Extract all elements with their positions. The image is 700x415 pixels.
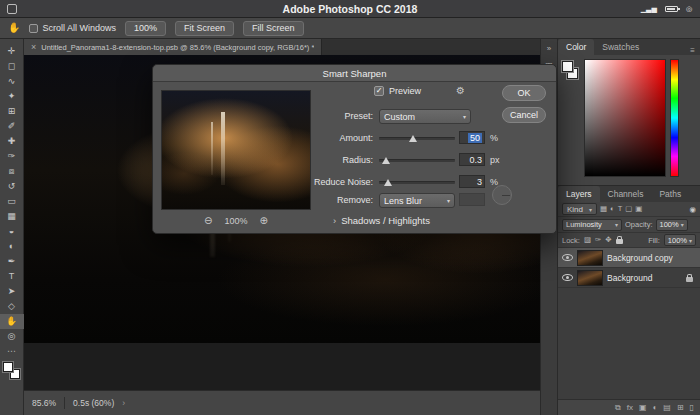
blur-tool[interactable]: ◒ [0,224,24,239]
zoom-tool[interactable]: ◎ [0,329,24,344]
tab-channels[interactable]: Channels [600,186,652,202]
preview-zoom-level[interactable]: 100% [224,216,247,226]
window-titlebar[interactable]: Adobe Photoshop CC 2018 ▁▃▅ ◎ [0,0,700,18]
reduce-noise-value-field[interactable]: 3 [459,175,485,188]
fit-screen-button[interactable]: Fit Screen [175,21,234,36]
dodge-tool[interactable]: ◐ [0,239,24,254]
tab-paths[interactable]: Paths [651,186,689,202]
tab-layers[interactable]: Layers [558,186,600,202]
eraser-tool[interactable]: ▭ [0,194,24,209]
healing-brush-tool[interactable]: ✚ [0,134,24,149]
layer-group-icon[interactable]: ▤ [663,403,671,412]
hand-tool[interactable]: ✋ [0,314,24,329]
status-zoom-level[interactable]: 85.6% [32,398,56,408]
layer-row-background[interactable]: Background [558,268,700,288]
shape-tool[interactable]: ◇ [0,299,24,314]
filter-pixel-layers-icon[interactable]: ▦ [600,205,607,213]
link-layers-icon[interactable]: ⧉ [615,403,621,413]
blend-mode-dropdown[interactable]: Luminosity ▾ [562,219,622,231]
clone-stamp-tool[interactable]: ⧈ [0,164,24,179]
color-panel-foreground-swatch[interactable] [562,61,573,72]
scroll-all-windows-checkbox[interactable] [29,24,38,33]
opacity-dropdown[interactable]: 100% ▾ [656,219,688,231]
new-layer-icon[interactable]: ⊞ [677,403,684,412]
spotlight-icon[interactable]: ◎ [686,5,692,13]
quick-selection-tool[interactable]: ✦ [0,89,24,104]
adjustment-layer-icon[interactable]: ◐ [652,403,657,412]
preset-dropdown[interactable]: Custom ▾ [379,109,471,124]
visibility-eye-icon[interactable] [562,254,573,261]
tab-swatches[interactable]: Swatches [594,39,647,55]
close-tab-icon[interactable]: × [31,42,36,52]
sharpen-preview-image[interactable] [161,90,311,210]
layer-thumbnail[interactable] [577,270,603,286]
zoom-100-button[interactable]: 100% [125,21,166,36]
crop-tool[interactable]: ⊞ [0,104,24,119]
scroll-all-windows-checkbox-row[interactable]: Scroll All Windows [29,23,116,33]
chevron-down-icon: ▾ [447,197,450,204]
layer-row-background-copy[interactable]: Background copy [558,248,700,268]
document-tab[interactable]: × Untitled_Panorama1-8-extension-top.psb… [24,39,322,55]
zoom-out-icon[interactable]: ⊖ [204,215,212,226]
foreground-background-colors[interactable] [3,362,20,379]
radius-slider-thumb[interactable] [382,157,390,164]
filter-toggle-icon[interactable]: ◉ [689,205,696,214]
lock-pixels-icon[interactable]: ✑ [595,236,601,244]
radius-slider[interactable] [379,153,455,167]
gradient-tool[interactable]: ▦ [0,209,24,224]
amount-slider[interactable] [379,131,455,145]
collapse-panels-icon[interactable]: » [547,44,551,53]
amount-slider-thumb[interactable] [409,135,417,142]
hand-tool-preset-icon[interactable]: ✋ [8,23,20,33]
reduce-noise-slider-thumb[interactable] [384,179,392,186]
path-selection-tool[interactable]: ➤ [0,284,24,299]
layer-effects-icon[interactable]: fx [627,403,633,412]
preview-checkbox-row[interactable]: ✓ Preview [374,86,421,96]
preview-checkbox[interactable]: ✓ [374,86,384,96]
status-menu-chevron-icon[interactable]: › [122,398,125,408]
tab-color[interactable]: Color [558,39,594,55]
radius-value-field[interactable]: 0.3 [459,153,485,166]
edit-toolbar-icon[interactable]: ⋯ [7,346,16,356]
pen-tool[interactable]: ✒ [0,254,24,269]
amount-value-field[interactable]: 50 [459,131,485,144]
lock-transparency-icon[interactable]: ▨ [584,236,591,244]
eyedropper-tool[interactable]: ✐ [0,119,24,134]
gear-icon[interactable]: ⚙ [456,85,465,96]
color-panel-menu-icon[interactable]: ≡ [685,46,700,55]
zoom-in-icon[interactable]: ⊕ [260,215,268,226]
delete-layer-icon[interactable]: ▯ [690,403,694,412]
lock-position-icon[interactable]: ✥ [605,236,611,244]
brush-tool[interactable]: ✑ [0,149,24,164]
saturation-brightness-picker[interactable] [584,59,666,177]
visibility-eye-icon[interactable] [562,274,573,281]
fill-screen-button[interactable]: Fill Screen [243,21,304,36]
shadows-highlights-disclosure[interactable]: › Shadows / Highlights [333,215,430,226]
layer-name[interactable]: Background copy [607,253,673,263]
filter-type-layers-icon[interactable]: T [618,205,623,213]
layer-name[interactable]: Background [607,273,652,283]
remove-value: Lens Blur [384,196,422,206]
history-brush-tool[interactable]: ↺ [0,179,24,194]
lock-all-icon[interactable] [616,239,623,244]
dialog-titlebar[interactable]: Smart Sharpen [153,65,556,82]
layer-mask-icon[interactable]: ▣ [639,403,647,412]
foreground-color-swatch[interactable] [3,362,13,372]
status-bar: 85.6% 0.5s (60%) › [24,390,540,415]
hue-slider[interactable] [670,59,679,177]
layer-thumbnail[interactable] [577,250,603,266]
remove-dropdown[interactable]: Lens Blur ▾ [379,193,455,208]
filter-adjustment-layers-icon[interactable]: ◐ [610,205,615,213]
marquee-tool[interactable]: ◻ [0,59,24,74]
reduce-noise-slider[interactable] [379,175,455,189]
ok-button[interactable]: OK [502,85,546,101]
fill-dropdown[interactable]: 100% ▾ [664,234,696,246]
filter-smart-objects-icon[interactable]: ▣ [635,205,642,213]
type-tool[interactable]: T [0,269,24,284]
filter-kind-dropdown[interactable]: Kind ▾ [562,203,597,215]
filter-shape-layers-icon[interactable]: ▢ [625,205,632,213]
preset-row: Preset: Custom ▾ [153,109,558,124]
opacity-label: Opacity: [625,220,653,229]
lasso-tool[interactable]: ∿ [0,74,24,89]
move-tool[interactable]: ✛ [0,44,24,59]
